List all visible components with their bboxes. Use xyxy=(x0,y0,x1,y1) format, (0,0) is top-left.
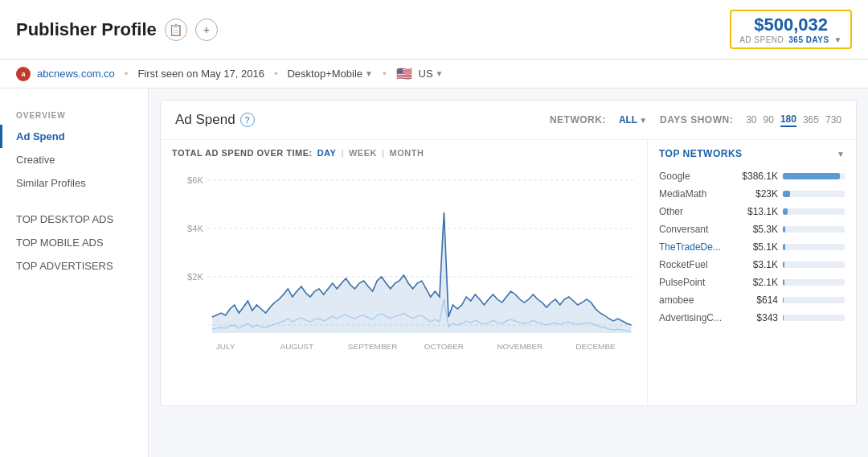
help-icon[interactable]: ? xyxy=(240,113,255,127)
time-controls: TOTAL AD SPEND OVER TIME: DAY | WEEK | M… xyxy=(172,148,636,158)
network-bar-container xyxy=(783,244,845,250)
sidebar-bottom-sections: TOP DESKTOP ADS TOP MOBILE ADS TOP ADVER… xyxy=(0,208,148,278)
content-area: Ad Spend ? NETWORK: ALL ▼ DAYS SHOWN: 30… xyxy=(149,89,868,457)
network-bar-container xyxy=(783,279,845,286)
chevron-down-icon: ▼ xyxy=(834,35,842,44)
svg-text:$2K: $2K xyxy=(187,273,203,282)
ad-spend-badge: $500,032 AD SPEND 365 DAYS ▼ xyxy=(730,10,852,49)
day-option-30[interactable]: 30 xyxy=(746,114,756,126)
region-dropdown[interactable]: US ▼ xyxy=(419,68,444,80)
network-name: MediaMath xyxy=(659,188,731,200)
sidebar-item-creative[interactable]: Creative xyxy=(0,148,148,171)
first-seen-text: First seen on May 17, 2016 xyxy=(137,68,264,80)
top-networks-header: TOP NETWORKS ▼ xyxy=(659,148,845,159)
svg-text:DECEMBE: DECEMBE xyxy=(575,342,615,350)
separator: • xyxy=(125,68,129,80)
network-name[interactable]: TheTradeDe... xyxy=(659,241,731,253)
chart-left: TOTAL AD SPEND OVER TIME: DAY | WEEK | M… xyxy=(161,140,647,406)
header-left: Publisher Profile 📋 + xyxy=(16,19,218,41)
card-title: Ad Spend ? xyxy=(175,112,255,128)
network-row: RocketFuel$3.1K xyxy=(659,256,845,274)
day-option-90[interactable]: 90 xyxy=(764,114,774,126)
network-bar-container xyxy=(783,315,845,321)
sidebar-item-ad-spend[interactable]: Ad Spend xyxy=(0,125,148,148)
network-name: Conversant xyxy=(659,224,731,235)
platform-dropdown[interactable]: Desktop+Mobile ▼ xyxy=(287,68,372,80)
page-title: Publisher Profile xyxy=(16,19,157,40)
days-label: DAYS SHOWN: xyxy=(660,114,733,126)
network-name: amobee xyxy=(659,294,731,306)
svg-text:$6K: $6K xyxy=(187,176,203,185)
network-bar-container xyxy=(783,261,845,268)
network-rows: Google$386.1KMediaMath$23KOther$13.1KCon… xyxy=(659,167,845,327)
region-chevron-icon: ▼ xyxy=(436,69,444,78)
network-row: MediaMath$23K xyxy=(659,185,845,203)
network-bar xyxy=(783,173,840,179)
top-networks-label: TOP NETWORKS xyxy=(659,148,743,159)
network-bar xyxy=(783,208,788,215)
network-all-dropdown[interactable]: ALL ▼ xyxy=(619,114,647,126)
svg-text:AUGUST: AUGUST xyxy=(280,342,314,350)
domain-link[interactable]: abcnews.com.co xyxy=(37,68,115,80)
network-amount: $5.3K xyxy=(736,224,778,235)
sidebar-item-top-advertisers[interactable]: TOP ADVERTISERS xyxy=(0,254,148,278)
network-bar xyxy=(783,226,785,233)
chart-area: TOTAL AD SPEND OVER TIME: DAY | WEEK | M… xyxy=(161,140,856,406)
network-amount: $13.1K xyxy=(736,206,778,217)
network-bar-container xyxy=(783,191,845,197)
network-bar xyxy=(783,244,785,250)
network-bar xyxy=(783,315,784,321)
network-row: TheTradeDe...$5.1K xyxy=(659,238,845,256)
svg-text:NOVEMBER: NOVEMBER xyxy=(497,342,542,350)
svg-text:$4K: $4K xyxy=(187,224,203,233)
svg-text:JULY: JULY xyxy=(216,342,235,350)
sidebar-item-similar-profiles[interactable]: Similar Profiles xyxy=(0,171,148,195)
network-amount: $343 xyxy=(736,312,778,323)
day-option-180[interactable]: 180 xyxy=(780,113,796,127)
copy-button[interactable]: 📋 xyxy=(165,19,187,41)
network-chevron-icon: ▼ xyxy=(639,116,647,125)
sub-header: a abcnews.com.co • First seen on May 17,… xyxy=(0,60,868,89)
time-option-day[interactable]: DAY xyxy=(317,148,337,158)
page-header: Publisher Profile 📋 + $500,032 AD SPEND … xyxy=(0,0,868,60)
overview-section-label: OVERVIEW xyxy=(0,101,148,125)
time-option-week[interactable]: WEEK xyxy=(349,148,377,158)
network-row: PulsePoint$2.1K xyxy=(659,274,845,291)
svg-text:OCTOBER: OCTOBER xyxy=(424,342,464,350)
chart-svg: $6K $4K $2K JULY AUGUST xyxy=(172,164,636,357)
network-name: AdvertisingC... xyxy=(659,312,731,323)
ad-spend-amount: $500,032 xyxy=(739,14,842,35)
network-bar xyxy=(783,279,784,286)
network-row: amobee$614 xyxy=(659,291,845,309)
platform-label: Desktop+Mobile xyxy=(287,68,362,80)
network-bar-container xyxy=(783,173,845,179)
svg-text:SEPTEMBER: SEPTEMBER xyxy=(348,342,398,350)
domain-icon: a xyxy=(16,67,31,81)
separator3: • xyxy=(383,68,387,80)
network-amount: $614 xyxy=(736,294,778,306)
sidebar: OVERVIEW Ad Spend Creative Similar Profi… xyxy=(0,89,149,457)
day-option-365[interactable]: 365 xyxy=(803,114,819,126)
chart-right: TOP NETWORKS ▼ Google$386.1KMediaMath$23… xyxy=(647,140,856,406)
network-name: Other xyxy=(659,206,731,217)
network-bar-container xyxy=(783,297,845,303)
network-row: Other$13.1K xyxy=(659,203,845,220)
network-name: Google xyxy=(659,171,731,182)
sidebar-item-top-desktop-ads[interactable]: TOP DESKTOP ADS xyxy=(0,208,148,231)
ad-spend-card: Ad Spend ? NETWORK: ALL ▼ DAYS SHOWN: 30… xyxy=(160,100,857,406)
network-amount: $23K xyxy=(736,188,778,200)
add-button[interactable]: + xyxy=(195,19,218,41)
ad-spend-days: 365 DAYS xyxy=(788,35,829,44)
separator2: • xyxy=(274,68,278,80)
time-option-month[interactable]: MONTH xyxy=(390,148,424,158)
region-label: US xyxy=(419,68,433,80)
network-bar xyxy=(783,261,784,268)
network-bar xyxy=(783,191,790,197)
day-option-730[interactable]: 730 xyxy=(825,114,841,126)
network-row: AdvertisingC...$343 xyxy=(659,309,845,327)
sidebar-item-top-mobile-ads[interactable]: TOP MOBILE ADS xyxy=(0,231,148,254)
network-name: PulsePoint xyxy=(659,277,731,288)
network-bar-container xyxy=(783,226,845,233)
network-amount: $2.1K xyxy=(736,277,778,288)
top-networks-chevron-icon[interactable]: ▼ xyxy=(837,150,845,159)
